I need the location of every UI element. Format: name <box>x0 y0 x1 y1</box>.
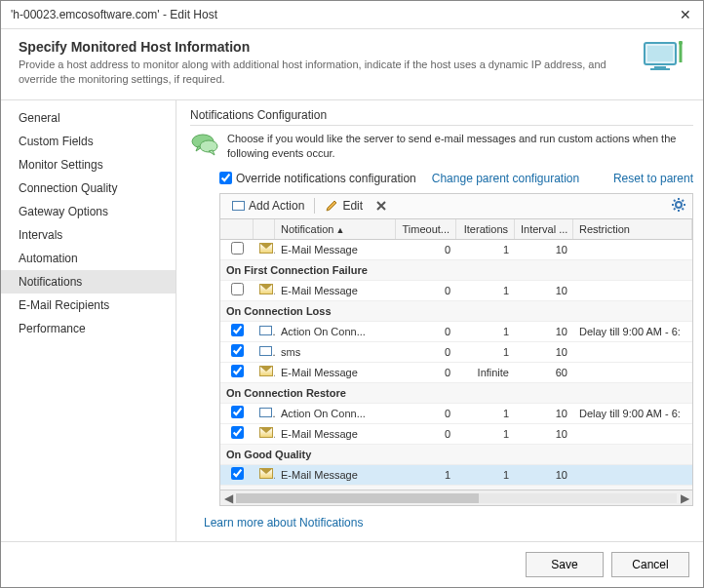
cell-iterations: 1 <box>456 244 515 255</box>
cell-interval: 10 <box>515 469 573 481</box>
table-row[interactable]: E-Mail Message0110 <box>220 240 692 260</box>
grid-toolbar: Add Action Edit <box>219 193 693 218</box>
pencil-icon <box>325 199 338 213</box>
row-checkbox[interactable] <box>231 283 244 295</box>
group-header[interactable]: On Good Quality <box>220 445 692 465</box>
sidebar-item-intervals[interactable]: Intervals <box>1 223 176 247</box>
gear-icon <box>671 197 686 213</box>
row-checkbox[interactable] <box>231 365 244 377</box>
column-notification[interactable]: Notification▲ <box>275 219 396 239</box>
cell-iterations: 1 <box>456 428 515 440</box>
column-interval[interactable]: Interval ... <box>515 219 573 239</box>
learn-more-link[interactable]: Learn more about Notifications <box>204 516 363 529</box>
edit-host-dialog: 'h-00023.emcosoftware.com' - Edit Host ✕… <box>0 0 704 588</box>
cell-timeout: 0 <box>396 346 456 358</box>
sidebar: GeneralCustom FieldsMonitor SettingsConn… <box>1 100 176 541</box>
cancel-button[interactable]: Cancel <box>611 552 689 577</box>
scrollbar-track[interactable] <box>236 493 677 503</box>
section-title: Notifications Configuration <box>190 108 693 126</box>
group-header[interactable]: On Connection Loss <box>220 301 692 322</box>
cell-interval: 10 <box>515 428 573 440</box>
edit-button[interactable]: Edit <box>319 197 369 215</box>
grid-scroll-area[interactable]: E-Mail Message0110On First Connection Fa… <box>220 240 692 490</box>
sort-asc-icon: ▲ <box>335 225 344 235</box>
chat-icon <box>190 132 219 157</box>
cell-notification: E-Mail Message <box>275 367 396 378</box>
reset-to-parent-link[interactable]: Reset to parent <box>613 172 693 185</box>
scroll-left-icon[interactable]: ◀ <box>220 491 236 505</box>
table-row[interactable]: sms0110 <box>220 342 692 363</box>
window-title: 'h-00023.emcosoftware.com' - Edit Host <box>11 8 217 21</box>
column-timeout[interactable]: Timeout... <box>396 219 456 239</box>
sidebar-item-general[interactable]: General <box>1 106 176 130</box>
group-header[interactable]: On Connection Restore <box>220 383 692 404</box>
cell-notification: E-Mail Message <box>275 285 396 296</box>
cell-restriction: Delay till 9:00 AM - 6: <box>573 408 692 419</box>
mail-icon <box>259 243 273 254</box>
add-action-button[interactable]: Add Action <box>226 197 310 215</box>
add-action-icon-glyph <box>232 201 245 211</box>
row-checkbox[interactable] <box>231 426 244 439</box>
cell-interval: 10 <box>515 408 573 419</box>
scrollbar-thumb[interactable] <box>236 493 479 503</box>
edit-label: Edit <box>342 199 363 213</box>
dialog-body: GeneralCustom FieldsMonitor SettingsConn… <box>1 100 703 541</box>
close-icon[interactable]: ✕ <box>678 7 693 22</box>
row-checkbox[interactable] <box>231 467 244 480</box>
delete-icon <box>374 199 388 213</box>
row-checkbox[interactable] <box>231 344 244 357</box>
cell-restriction: Delay till 9:00 AM - 6: <box>573 326 692 337</box>
save-button[interactable]: Save <box>526 552 604 577</box>
group-header[interactable]: On First Connection Failure <box>220 260 692 281</box>
table-row[interactable]: E-Mail Message0110 <box>220 281 692 301</box>
mail-icon <box>259 427 273 438</box>
row-checkbox[interactable] <box>231 242 244 255</box>
settings-button[interactable] <box>671 197 686 216</box>
grid-header: Notification▲ Timeout... Iterations Inte… <box>220 219 692 240</box>
group-header[interactable]: On Warning Quality <box>220 486 692 490</box>
cell-timeout: 0 <box>396 408 456 419</box>
scroll-right-icon[interactable]: ▶ <box>677 491 692 505</box>
table-row[interactable]: Action On Conn...0110Delay till 9:00 AM … <box>220 404 692 424</box>
override-checkbox-label[interactable]: Override notifications configuration <box>219 172 416 185</box>
horizontal-scrollbar[interactable]: ◀ ▶ <box>220 490 692 505</box>
table-row[interactable]: E-Mail Message1110 <box>220 465 692 486</box>
row-checkbox[interactable] <box>231 406 244 418</box>
add-action-label: Add Action <box>249 199 304 213</box>
column-icon[interactable] <box>254 219 275 239</box>
table-row[interactable]: Action On Conn...0110Delay till 9:00 AM … <box>220 322 692 342</box>
table-row[interactable]: E-Mail Message0110 <box>220 424 692 445</box>
column-checkbox[interactable] <box>220 219 254 239</box>
column-iterations[interactable]: Iterations <box>456 219 515 239</box>
cell-interval: 10 <box>515 285 573 296</box>
sidebar-item-custom-fields[interactable]: Custom Fields <box>1 130 176 153</box>
override-checkbox[interactable] <box>219 172 232 184</box>
column-restriction[interactable]: Restriction <box>573 219 692 239</box>
sidebar-item-connection-quality[interactable]: Connection Quality <box>1 176 176 200</box>
cell-timeout: 1 <box>396 469 456 481</box>
override-label-text: Override notifications configuration <box>236 172 416 185</box>
page-description: Provide a host address to monitor along … <box>19 58 633 88</box>
cell-timeout: 0 <box>396 326 456 337</box>
sidebar-item-gateway-options[interactable]: Gateway Options <box>1 200 176 223</box>
delete-button[interactable] <box>369 197 394 215</box>
action-icon <box>259 408 272 417</box>
cell-notification: Action On Conn... <box>275 326 396 337</box>
sidebar-item-performance[interactable]: Performance <box>1 317 176 340</box>
table-row[interactable]: E-Mail Message0Infinite60 <box>220 363 692 383</box>
change-parent-link[interactable]: Change parent configuration <box>432 172 579 185</box>
cell-interval: 60 <box>515 367 573 378</box>
header: Specify Monitored Host Information Provi… <box>1 29 703 100</box>
cell-timeout: 0 <box>396 367 456 378</box>
notifications-grid: Notification▲ Timeout... Iterations Inte… <box>219 218 693 506</box>
svg-rect-3 <box>650 68 670 70</box>
sidebar-item-notifications[interactable]: Notifications <box>1 270 176 294</box>
cell-interval: 10 <box>515 244 573 255</box>
sidebar-item-automation[interactable]: Automation <box>1 247 176 270</box>
sidebar-item-e-mail-recipients[interactable]: E-Mail Recipients <box>1 294 176 317</box>
row-checkbox[interactable] <box>231 324 244 336</box>
sidebar-item-monitor-settings[interactable]: Monitor Settings <box>1 153 176 176</box>
action-icon <box>259 346 272 356</box>
toolbar-separator <box>314 198 315 214</box>
dialog-footer: Save Cancel <box>1 541 703 587</box>
